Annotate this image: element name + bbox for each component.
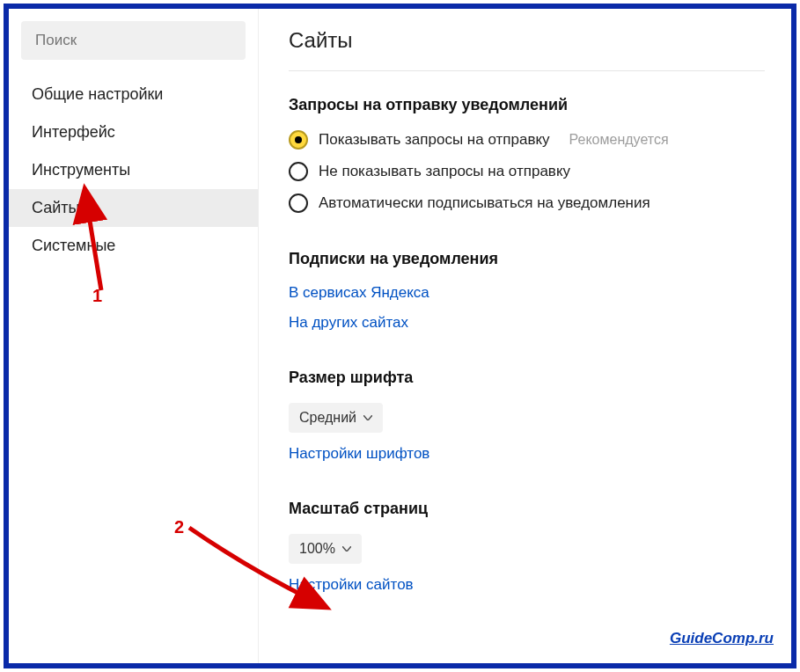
sidebar-item-general[interactable]: Общие настройки [9,76,258,113]
link-site-settings[interactable]: Настройки сайтов [289,576,765,594]
section-page-scale: Масштаб страниц 100% Настройки сайтов [289,500,765,594]
section-heading: Размер шрифта [289,369,765,387]
radio-icon [289,130,308,150]
radio-option-show-requests[interactable]: Показывать запросы на отправку Рекоменду… [289,130,765,150]
radio-hint: Рекомендуется [569,132,669,148]
sidebar: Общие настройки Интерфейс Инструменты Са… [9,9,259,663]
section-heading: Запросы на отправку уведомлений [289,96,765,114]
dropdown-value: Средний [299,410,356,426]
radio-label: Автоматически подписываться на уведомлен… [319,194,650,212]
dropdown-value: 100% [299,541,335,557]
settings-window: Общие настройки Интерфейс Инструменты Са… [4,4,796,668]
font-size-dropdown[interactable]: Средний [289,403,383,433]
sidebar-item-system[interactable]: Системные [9,227,258,265]
sidebar-item-sites[interactable]: Сайты [9,189,258,227]
section-heading: Масштаб страниц [289,500,765,518]
radio-option-hide-requests[interactable]: Не показывать запросы на отправку [289,162,765,181]
chevron-down-icon [342,546,351,551]
watermark: GuideComp.ru [670,630,774,647]
page-title: Сайты [289,28,765,71]
sidebar-item-interface[interactable]: Интерфейс [9,113,258,151]
section-heading: Подписки на уведомления [289,250,765,268]
sidebar-item-tools[interactable]: Инструменты [9,151,258,189]
link-font-settings[interactable]: Настройки шрифтов [289,445,765,463]
page-scale-dropdown[interactable]: 100% [289,534,362,564]
radio-icon [289,162,308,181]
section-font-size: Размер шрифта Средний Настройки шрифтов [289,369,765,463]
search-input[interactable] [35,32,231,49]
search-box[interactable] [21,21,246,60]
radio-label: Не показывать запросы на отправку [319,163,570,180]
section-notification-requests: Запросы на отправку уведомлений Показыва… [289,96,765,213]
radio-option-auto-subscribe[interactable]: Автоматически подписываться на уведомлен… [289,194,765,213]
radio-label: Показывать запросы на отправку [319,131,550,149]
radio-icon [289,194,308,213]
main-content: Сайты Запросы на отправку уведомлений По… [259,9,791,663]
link-other-sites[interactable]: На других сайтах [289,314,765,332]
chevron-down-icon [363,415,372,420]
link-yandex-services[interactable]: В сервисах Яндекса [289,284,765,302]
section-subscriptions: Подписки на уведомления В сервисах Яндек… [289,250,765,332]
